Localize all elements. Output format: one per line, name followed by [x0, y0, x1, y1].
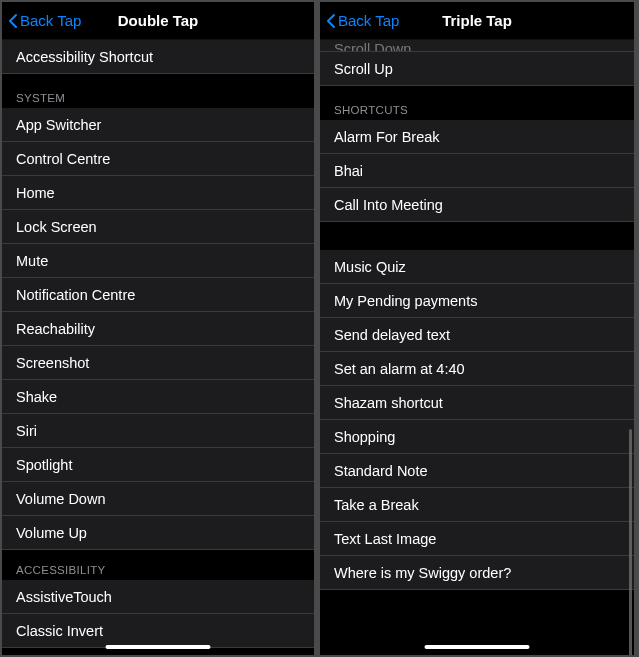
home-indicator[interactable]: [106, 645, 211, 649]
option-row[interactable]: Text Last Image: [320, 522, 634, 556]
option-row[interactable]: Control Centre: [2, 142, 314, 176]
option-row[interactable]: Volume Down: [2, 482, 314, 516]
option-label: Volume Up: [16, 525, 87, 541]
option-row[interactable]: Reachability: [2, 312, 314, 346]
option-row[interactable]: Classic Invert: [2, 614, 314, 648]
option-row[interactable]: Lock Screen: [2, 210, 314, 244]
chevron-left-icon: [326, 13, 336, 29]
option-row[interactable]: Take a Break: [320, 488, 634, 522]
back-label: Back Tap: [338, 12, 399, 29]
option-label: Lock Screen: [16, 219, 97, 235]
option-label: Shazam shortcut: [334, 395, 443, 411]
option-row[interactable]: Home: [2, 176, 314, 210]
option-label: Volume Down: [16, 491, 105, 507]
bottom-space: [320, 590, 634, 640]
option-label: My Pending payments: [334, 293, 477, 309]
option-label: Classic Invert: [16, 623, 103, 639]
option-row[interactable]: Music Quiz: [320, 250, 634, 284]
option-label: Mute: [16, 253, 48, 269]
option-row[interactable]: Mute: [2, 244, 314, 278]
section-header-shortcuts: SHORTCUTS: [320, 86, 634, 120]
option-row[interactable]: Scroll Up: [320, 52, 634, 86]
option-label: Standard Note: [334, 463, 428, 479]
option-label: Accessibility Shortcut: [16, 49, 153, 65]
option-row[interactable]: Shopping: [320, 420, 634, 454]
option-row[interactable]: Shake: [2, 380, 314, 414]
option-label: Set an alarm at 4:40: [334, 361, 465, 377]
back-label: Back Tap: [20, 12, 81, 29]
option-label: Scroll Down: [334, 41, 411, 52]
option-label: Music Quiz: [334, 259, 406, 275]
option-row[interactable]: Screenshot: [2, 346, 314, 380]
scroll-indicator[interactable]: [629, 429, 632, 655]
option-label: Shopping: [334, 429, 395, 445]
option-row[interactable]: Spotlight: [2, 448, 314, 482]
home-indicator[interactable]: [425, 645, 530, 649]
back-button[interactable]: Back Tap: [320, 12, 399, 29]
option-label: Notification Centre: [16, 287, 135, 303]
option-label: Call Into Meeting: [334, 197, 443, 213]
option-row[interactable]: Where is my Swiggy order?: [320, 556, 634, 590]
section-header-accessibility: ACCESSIBILITY: [2, 550, 314, 580]
page-title: Double Tap: [118, 12, 199, 29]
option-row[interactable]: Accessibility Shortcut: [2, 40, 314, 74]
option-label: Siri: [16, 423, 37, 439]
option-row[interactable]: Bhai: [320, 154, 634, 188]
option-label: Alarm For Break: [334, 129, 440, 145]
nav-bar: Back Tap Double Tap: [2, 2, 314, 40]
option-label: Home: [16, 185, 55, 201]
option-label: Reachability: [16, 321, 95, 337]
option-row[interactable]: Siri: [2, 414, 314, 448]
nav-bar: Back Tap Triple Tap: [320, 2, 634, 40]
option-row[interactable]: Send delayed text: [320, 318, 634, 352]
option-row[interactable]: Alarm For Break: [320, 120, 634, 154]
option-row[interactable]: Notification Centre: [2, 278, 314, 312]
option-label: Where is my Swiggy order?: [334, 565, 511, 581]
option-row[interactable]: Shazam shortcut: [320, 386, 634, 420]
option-row[interactable]: Standard Note: [320, 454, 634, 488]
triple-tap-screen: Back Tap Triple Tap Scroll Down Scroll U…: [320, 2, 634, 655]
back-button[interactable]: Back Tap: [2, 12, 81, 29]
option-label: AssistiveTouch: [16, 589, 112, 605]
option-row[interactable]: Volume Up: [2, 516, 314, 550]
option-row[interactable]: App Switcher: [2, 108, 314, 142]
option-row[interactable]: AssistiveTouch: [2, 580, 314, 614]
option-label: Text Last Image: [334, 531, 436, 547]
option-label: Shake: [16, 389, 57, 405]
page-title: Triple Tap: [442, 12, 512, 29]
option-label: Send delayed text: [334, 327, 450, 343]
option-label: Spotlight: [16, 457, 72, 473]
section-gap: [320, 222, 634, 250]
double-tap-screen: Back Tap Double Tap Accessibility Shortc…: [2, 2, 314, 655]
option-label: Bhai: [334, 163, 363, 179]
chevron-left-icon: [8, 13, 18, 29]
option-row[interactable]: Call Into Meeting: [320, 188, 634, 222]
option-row-partial[interactable]: Scroll Down: [320, 40, 634, 52]
option-label: Scroll Up: [334, 61, 393, 77]
option-label: Control Centre: [16, 151, 110, 167]
option-label: App Switcher: [16, 117, 101, 133]
section-header-system: SYSTEM: [2, 74, 314, 108]
option-row[interactable]: My Pending payments: [320, 284, 634, 318]
option-label: Take a Break: [334, 497, 419, 513]
option-label: Screenshot: [16, 355, 89, 371]
option-row[interactable]: Set an alarm at 4:40: [320, 352, 634, 386]
